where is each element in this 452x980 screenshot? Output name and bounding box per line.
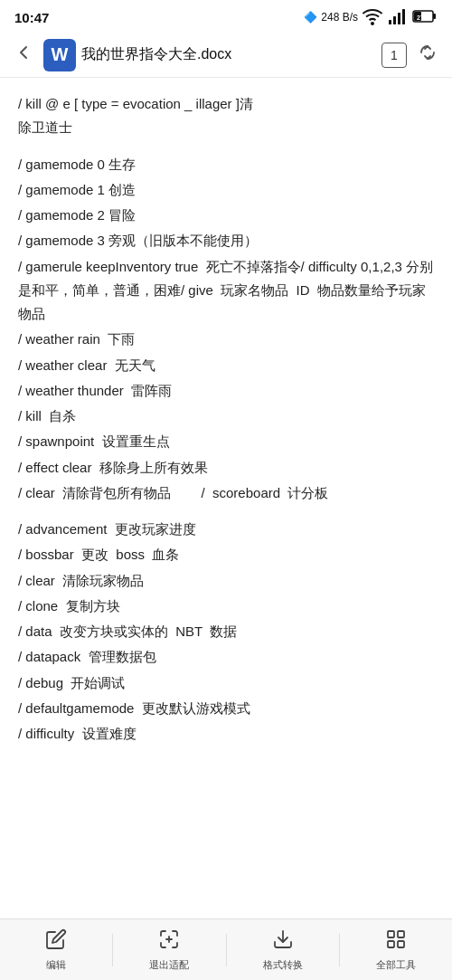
doc-line-10: / kill 自杀 [18,404,434,428]
nav-bar: W 我的世界指令大全.docx 1 [0,33,452,78]
doc-line-23: / difficulty 设置难度 [18,722,434,746]
doc-line-19: / data 改变方块或实体的 NBT 数据 [18,620,434,643]
svg-text:27: 27 [417,14,424,21]
doc-line-11: / spawnpoint 设置重生点 [18,430,434,453]
doc-line-6: / gamerule keepInventory true 死亡不掉落指令/ d… [18,255,434,327]
word-letter: W [52,44,69,65]
doc-line-16: / bossbar 更改 boss 血条 [18,543,434,566]
svg-rect-3 [398,13,400,24]
word-icon: W [43,39,76,71]
format-convert-label: 格式转换 [263,958,303,972]
bluetooth-icon: 🔷 [304,11,317,24]
data-speed: 248 B/s [321,11,358,24]
svg-rect-12 [388,941,394,947]
battery-icon: 27 [412,9,438,26]
exit-fit-label: 退出适配 [149,958,189,972]
svg-rect-7 [433,14,436,19]
svg-rect-4 [402,9,405,24]
doc-line-3: / gamemode 1 创造 [18,178,434,202]
svg-rect-10 [388,931,394,937]
svg-point-0 [372,23,373,24]
doc-line-13: / clear 清除背包所有物品 / scoreboard 计分板 [18,481,434,505]
bottom-toolbar: 编辑 退出适配 格式转换 [0,918,452,980]
doc-line-7: / weather rain 下雨 [18,328,434,351]
all-tools-button[interactable]: 全部工具 [340,928,452,972]
format-convert-button[interactable]: 格式转换 [227,928,339,972]
all-tools-label: 全部工具 [376,958,416,972]
svg-rect-1 [389,20,391,24]
doc-line-2: / gamemode 0 生存 [18,153,434,176]
page-badge: 1 [381,43,407,68]
doc-line-9: / weather thunder 雷阵雨 [18,379,434,403]
doc-line-12: / effect clear 移除身上所有效果 [18,456,434,480]
svg-rect-11 [398,931,404,937]
edit-icon [45,928,67,956]
svg-rect-13 [398,941,404,947]
doc-line-4: / gamemode 2 冒险 [18,204,434,227]
exit-fit-icon [158,928,180,956]
doc-line-5: / gamemode 3 旁观（旧版本不能使用） [18,229,434,252]
all-tools-icon [385,928,407,956]
svg-rect-2 [393,16,396,24]
doc-line-8: / weather clear 无天气 [18,354,434,377]
doc-line-18: / clone 复制方块 [18,595,434,618]
status-time: 10:47 [14,10,49,25]
doc-line-15: / advancement 更改玩家进度 [18,518,434,541]
blank-line-1 [18,142,434,153]
status-bar: 10:47 🔷 248 B/s 27 [0,0,452,33]
doc-line-17: / clear 清除玩家物品 [18,569,434,593]
doc-line-22: / defaultgamemode 更改默认游戏模式 [18,697,434,720]
doc-line-21: / debug 开始调试 [18,671,434,695]
exit-fit-button[interactable]: 退出适配 [113,928,225,972]
blank-line-14 [18,507,434,518]
signal-icon [387,5,409,30]
status-icons: 🔷 248 B/s 27 [304,5,438,30]
back-button[interactable] [9,40,38,71]
edit-button[interactable]: 编辑 [0,928,112,972]
format-convert-icon [272,928,294,956]
document-title: 我的世界指令大全.docx [81,45,376,64]
document-content: / kill @ e [ type = evocation _ illager … [0,78,452,766]
doc-line-20: / datapack 管理数据包 [18,645,434,669]
doc-line-0: / kill @ e [ type = evocation _ illager … [18,92,434,140]
wifi-icon [362,5,383,30]
edit-label: 编辑 [46,958,66,972]
share-button[interactable] [412,39,443,71]
